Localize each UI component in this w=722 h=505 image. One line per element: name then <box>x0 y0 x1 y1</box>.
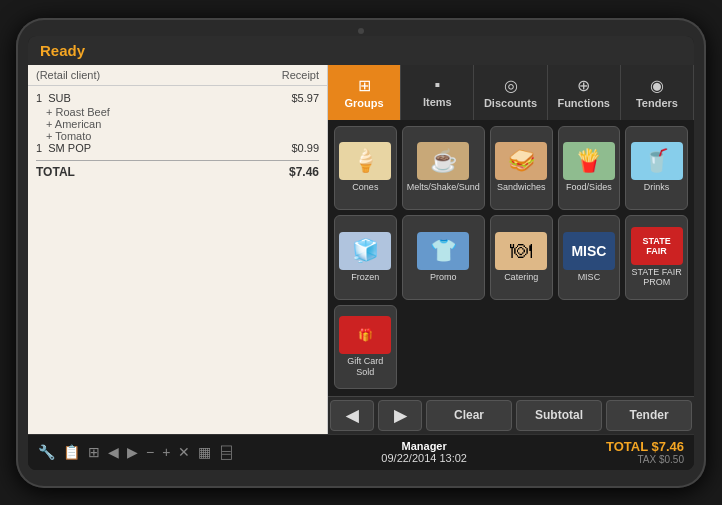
promo-label: Promo <box>430 272 457 283</box>
subtotal-button[interactable]: Subtotal <box>516 400 602 431</box>
prev-button[interactable]: ◀ <box>330 400 374 431</box>
receipt-total-row: TOTAL $7.46 <box>36 160 319 179</box>
misc-label: MISC <box>578 272 601 283</box>
tab-bar: ⊞ Groups ▪ Items ◎ Discounts ⊕ Functions <box>328 65 694 120</box>
bottom-total-label: TOTAL $7.46 <box>606 439 684 454</box>
sand-label: Sandwiches <box>497 182 546 193</box>
tab-groups[interactable]: ⊞ Groups <box>328 65 401 120</box>
bottom-right: TOTAL $7.46 TAX $0.50 <box>606 439 684 465</box>
grid-promo[interactable]: 👕 Promo <box>402 215 485 300</box>
tool-next[interactable]: ▶ <box>127 444 138 460</box>
promo-img: 👕 <box>417 232 469 270</box>
statefair-label: STATE FAIR PROM <box>630 267 683 289</box>
receipt-body: 1 SUB $5.97 + Roast Beef + American + To… <box>28 86 327 434</box>
tab-functions[interactable]: ⊕ Functions <box>548 65 621 120</box>
datetime-label: 09/22/2014 13:02 <box>381 452 467 464</box>
subtotal-label: Subtotal <box>535 408 583 422</box>
misc-img: MISC <box>563 232 615 270</box>
frozen-label: Frozen <box>351 272 379 283</box>
bottom-tools: 🔧 📋 ⊞ ◀ ▶ − + ✕ ▦ <box>38 444 211 460</box>
tab-items[interactable]: ▪ Items <box>401 65 474 120</box>
action-bar: ◀ ▶ Clear Subtotal Tender <box>328 396 694 434</box>
groups-icon: ⊞ <box>358 76 371 95</box>
tablet-container: Ready (Retail client) Receipt 1 SUB $5.9… <box>16 18 706 488</box>
item-name-smpop: SM POP <box>48 142 91 154</box>
tool-x[interactable]: ✕ <box>178 444 190 460</box>
next-icon: ▶ <box>394 406 406 425</box>
grid-cones[interactable]: 🍦 Cones <box>334 126 397 211</box>
bottom-center: Manager 09/22/2014 13:02 <box>242 440 606 464</box>
bottom-tax-label: TAX $0.50 <box>637 454 684 465</box>
receipt-item-smpop[interactable]: 1 SM POP $0.99 <box>36 142 319 154</box>
giftcard-img: 🎁 <box>339 316 391 354</box>
camera-dot <box>358 28 364 34</box>
drinks-img: 🥤 <box>631 142 683 180</box>
discounts-icon: ◎ <box>504 76 518 95</box>
receipt-label: Receipt <box>282 69 319 81</box>
total-label: TOTAL <box>36 165 75 179</box>
tool-grid[interactable]: ⊞ <box>88 444 100 460</box>
melts-img: ☕ <box>417 142 469 180</box>
item-qty-1: 1 SUB <box>36 92 71 104</box>
grid-food-sides[interactable]: 🍟 Food/Sides <box>558 126 621 211</box>
pos-panel: ⊞ Groups ▪ Items ◎ Discounts ⊕ Functions <box>328 65 694 434</box>
bottom-bar: 🔧 📋 ⊞ ◀ ▶ − + ✕ ▦ ⌸ Manager 09/22/2014 1… <box>28 434 694 470</box>
grid-giftcard[interactable]: 🎁 Gift Card Sold <box>334 305 397 390</box>
functions-icon: ⊕ <box>577 76 590 95</box>
grid-statefair[interactable]: STATE FAIR STATE FAIR PROM <box>625 215 688 300</box>
grid-drinks[interactable]: 🥤 Drinks <box>625 126 688 211</box>
catering-img: 🍽 <box>495 232 547 270</box>
category-grid: 🍦 Cones ☕ Melts/Shake/Sund 🥪 Sandwiches … <box>328 120 694 396</box>
cones-label: Cones <box>352 182 378 193</box>
tab-items-label: Items <box>423 96 452 108</box>
item-name-sub: SUB <box>48 92 71 104</box>
modifier-american: + American <box>36 118 319 130</box>
barcode-icon[interactable]: ⌸ <box>221 442 232 463</box>
grid-melts[interactable]: ☕ Melts/Shake/Sund <box>402 126 485 211</box>
tab-tenders[interactable]: ◉ Tenders <box>621 65 694 120</box>
item-qty-2: 1 SM POP <box>36 142 91 154</box>
tool-prev[interactable]: ◀ <box>108 444 119 460</box>
tender-label: Tender <box>629 408 668 422</box>
melts-label: Melts/Shake/Sund <box>407 182 480 193</box>
grid-misc[interactable]: MISC MISC <box>558 215 621 300</box>
receipt-item-sub[interactable]: 1 SUB $5.97 <box>36 92 319 104</box>
tab-groups-label: Groups <box>345 97 384 109</box>
next-button[interactable]: ▶ <box>378 400 422 431</box>
clear-button[interactable]: Clear <box>426 400 512 431</box>
sides-label: Food/Sides <box>566 182 612 193</box>
tool-wrench[interactable]: 🔧 <box>38 444 55 460</box>
tool-plus[interactable]: + <box>162 444 170 460</box>
tool-minus[interactable]: − <box>146 444 154 460</box>
sides-img: 🍟 <box>563 142 615 180</box>
catering-label: Catering <box>504 272 538 283</box>
giftcard-label: Gift Card Sold <box>339 356 392 378</box>
client-label: (Retail client) <box>36 69 100 81</box>
clear-label: Clear <box>454 408 484 422</box>
items-icon: ▪ <box>434 76 440 94</box>
item-price-smpop: $0.99 <box>291 142 319 154</box>
sand-img: 🥪 <box>495 142 547 180</box>
tab-discounts[interactable]: ◎ Discounts <box>474 65 547 120</box>
tablet-screen: Ready (Retail client) Receipt 1 SUB $5.9… <box>28 36 694 470</box>
tenders-icon: ◉ <box>650 76 664 95</box>
tool-clipboard[interactable]: 📋 <box>63 444 80 460</box>
tab-discounts-label: Discounts <box>484 97 537 109</box>
grid-frozen[interactable]: 🧊 Frozen <box>334 215 397 300</box>
tool-layout[interactable]: ▦ <box>198 444 211 460</box>
cones-img: 🍦 <box>339 142 391 180</box>
frozen-img: 🧊 <box>339 232 391 270</box>
tender-button[interactable]: Tender <box>606 400 692 431</box>
grid-catering[interactable]: 🍽 Catering <box>490 215 553 300</box>
receipt-panel: (Retail client) Receipt 1 SUB $5.97 + Ro… <box>28 65 328 434</box>
statefair-img: STATE FAIR <box>631 227 683 265</box>
receipt-header: (Retail client) Receipt <box>28 65 327 86</box>
total-value: $7.46 <box>289 165 319 179</box>
grid-sandwiches[interactable]: 🥪 Sandwiches <box>490 126 553 211</box>
modifier-tomato: + Tomato <box>36 130 319 142</box>
drinks-label: Drinks <box>644 182 670 193</box>
modifier-roastbeef: + Roast Beef <box>36 106 319 118</box>
prev-icon: ◀ <box>346 406 358 425</box>
ready-label: Ready <box>40 42 85 59</box>
main-content: (Retail client) Receipt 1 SUB $5.97 + Ro… <box>28 65 694 434</box>
